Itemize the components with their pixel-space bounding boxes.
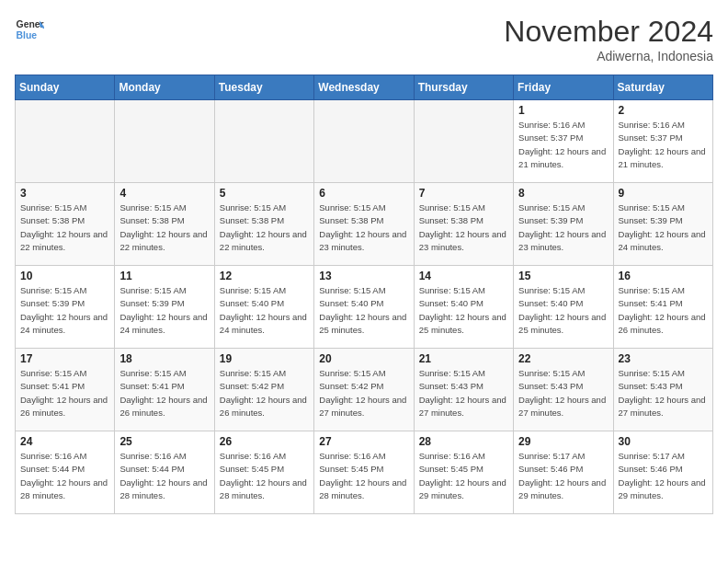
day-cell [314,100,414,183]
day-cell: 15Sunrise: 5:15 AMSunset: 5:40 PMDayligh… [514,266,613,349]
logo-icon: GeneralBlue [15,15,44,44]
day-info: Sunrise: 5:15 AMSunset: 5:39 PMDaylight:… [518,201,608,254]
header-row: SundayMondayTuesdayWednesdayThursdayFrid… [16,75,713,100]
day-cell: 28Sunrise: 5:16 AMSunset: 5:45 PMDayligh… [414,431,513,514]
day-number: 4 [119,187,209,200]
day-info: Sunrise: 5:15 AMSunset: 5:43 PMDaylight:… [419,367,508,419]
day-info: Sunrise: 5:15 AMSunset: 5:40 PMDaylight:… [220,284,309,337]
day-info: Sunrise: 5:15 AMSunset: 5:42 PMDaylight:… [319,367,408,419]
day-number: 22 [518,352,608,365]
day-cell: 23Sunrise: 5:15 AMSunset: 5:43 PMDayligh… [613,349,712,431]
day-cell: 5Sunrise: 5:15 AMSunset: 5:38 PMDaylight… [214,183,313,266]
day-info: Sunrise: 5:15 AMSunset: 5:39 PMDaylight:… [20,284,109,337]
day-info: Sunrise: 5:15 AMSunset: 5:38 PMDaylight:… [119,201,209,254]
day-cell [414,100,513,183]
day-info: Sunrise: 5:16 AMSunset: 5:44 PMDaylight:… [119,450,209,502]
day-number: 25 [119,435,209,448]
day-number: 20 [319,352,408,365]
day-info: Sunrise: 5:16 AMSunset: 5:37 PMDaylight:… [518,119,608,171]
svg-text:Blue: Blue [17,30,38,40]
day-info: Sunrise: 5:16 AMSunset: 5:45 PMDaylight:… [220,450,309,502]
day-cell: 25Sunrise: 5:16 AMSunset: 5:44 PMDayligh… [115,431,214,514]
col-header-sunday: Sunday [16,75,115,100]
day-number: 13 [319,270,408,282]
day-cell: 9Sunrise: 5:15 AMSunset: 5:39 PMDaylight… [613,183,712,266]
location: Adiwerna, Indonesia [504,49,713,63]
day-number: 16 [619,270,708,282]
day-number: 11 [119,270,209,282]
day-info: Sunrise: 5:15 AMSunset: 5:38 PMDaylight:… [20,201,109,254]
day-number: 9 [619,187,708,200]
day-cell: 11Sunrise: 5:15 AMSunset: 5:39 PMDayligh… [115,266,214,349]
day-number: 15 [518,270,608,282]
day-number: 14 [419,270,508,282]
day-info: Sunrise: 5:16 AMSunset: 5:44 PMDaylight:… [20,450,109,502]
day-info: Sunrise: 5:16 AMSunset: 5:37 PMDaylight:… [619,119,708,171]
week-row-4: 17Sunrise: 5:15 AMSunset: 5:41 PMDayligh… [16,349,713,431]
day-cell [214,100,313,183]
day-number: 12 [220,270,309,282]
col-header-monday: Monday [115,75,214,100]
day-cell: 1Sunrise: 5:16 AMSunset: 5:37 PMDaylight… [514,100,613,183]
col-header-tuesday: Tuesday [214,75,313,100]
day-number: 29 [518,435,608,448]
day-cell: 20Sunrise: 5:15 AMSunset: 5:42 PMDayligh… [314,349,414,431]
day-number: 7 [419,187,508,200]
day-number: 26 [220,435,309,448]
col-header-saturday: Saturday [613,75,712,100]
day-number: 28 [419,435,508,448]
day-info: Sunrise: 5:15 AMSunset: 5:40 PMDaylight:… [319,284,408,337]
day-number: 30 [619,435,708,448]
calendar-table: SundayMondayTuesdayWednesdayThursdayFrid… [15,75,713,514]
day-info: Sunrise: 5:15 AMSunset: 5:38 PMDaylight:… [419,201,508,254]
day-info: Sunrise: 5:15 AMSunset: 5:39 PMDaylight:… [119,284,209,337]
week-row-1: 1Sunrise: 5:16 AMSunset: 5:37 PMDaylight… [16,100,713,183]
day-info: Sunrise: 5:15 AMSunset: 5:43 PMDaylight:… [619,367,708,419]
day-info: Sunrise: 5:15 AMSunset: 5:40 PMDaylight:… [518,284,608,337]
day-cell: 14Sunrise: 5:15 AMSunset: 5:40 PMDayligh… [414,266,513,349]
week-row-3: 10Sunrise: 5:15 AMSunset: 5:39 PMDayligh… [16,266,713,349]
day-cell: 4Sunrise: 5:15 AMSunset: 5:38 PMDaylight… [115,183,214,266]
day-info: Sunrise: 5:15 AMSunset: 5:43 PMDaylight:… [518,367,608,419]
day-info: Sunrise: 5:16 AMSunset: 5:45 PMDaylight:… [419,450,508,502]
day-number: 5 [220,187,309,200]
col-header-wednesday: Wednesday [314,75,414,100]
title-block: November 2024 Adiwerna, Indonesia [504,15,713,63]
day-cell: 10Sunrise: 5:15 AMSunset: 5:39 PMDayligh… [16,266,115,349]
day-info: Sunrise: 5:17 AMSunset: 5:46 PMDaylight:… [619,450,708,502]
col-header-friday: Friday [514,75,613,100]
day-cell: 7Sunrise: 5:15 AMSunset: 5:38 PMDaylight… [414,183,513,266]
day-number: 3 [20,187,109,200]
day-info: Sunrise: 5:16 AMSunset: 5:45 PMDaylight:… [319,450,408,502]
day-cell: 24Sunrise: 5:16 AMSunset: 5:44 PMDayligh… [16,431,115,514]
day-cell [115,100,214,183]
day-cell: 2Sunrise: 5:16 AMSunset: 5:37 PMDaylight… [613,100,712,183]
day-cell: 8Sunrise: 5:15 AMSunset: 5:39 PMDaylight… [514,183,613,266]
day-cell: 27Sunrise: 5:16 AMSunset: 5:45 PMDayligh… [314,431,414,514]
day-info: Sunrise: 5:17 AMSunset: 5:46 PMDaylight:… [518,450,608,502]
day-number: 2 [619,104,708,117]
month-title: November 2024 [504,15,713,49]
day-info: Sunrise: 5:15 AMSunset: 5:40 PMDaylight:… [419,284,508,337]
day-cell: 21Sunrise: 5:15 AMSunset: 5:43 PMDayligh… [414,349,513,431]
day-number: 24 [20,435,109,448]
day-info: Sunrise: 5:15 AMSunset: 5:38 PMDaylight:… [220,201,309,254]
day-cell [16,100,115,183]
day-cell: 22Sunrise: 5:15 AMSunset: 5:43 PMDayligh… [514,349,613,431]
day-cell: 16Sunrise: 5:15 AMSunset: 5:41 PMDayligh… [613,266,712,349]
day-number: 19 [220,352,309,365]
day-info: Sunrise: 5:15 AMSunset: 5:41 PMDaylight:… [619,284,708,337]
day-number: 10 [20,270,109,282]
day-number: 27 [319,435,408,448]
day-number: 18 [119,352,209,365]
day-info: Sunrise: 5:15 AMSunset: 5:42 PMDaylight:… [220,367,309,419]
day-cell: 6Sunrise: 5:15 AMSunset: 5:38 PMDaylight… [314,183,414,266]
day-number: 21 [419,352,508,365]
col-header-thursday: Thursday [414,75,513,100]
day-info: Sunrise: 5:15 AMSunset: 5:39 PMDaylight:… [619,201,708,254]
day-cell: 19Sunrise: 5:15 AMSunset: 5:42 PMDayligh… [214,349,313,431]
day-info: Sunrise: 5:15 AMSunset: 5:41 PMDaylight:… [20,367,109,419]
day-cell: 26Sunrise: 5:16 AMSunset: 5:45 PMDayligh… [214,431,313,514]
day-cell: 13Sunrise: 5:15 AMSunset: 5:40 PMDayligh… [314,266,414,349]
day-info: Sunrise: 5:15 AMSunset: 5:38 PMDaylight:… [319,201,408,254]
